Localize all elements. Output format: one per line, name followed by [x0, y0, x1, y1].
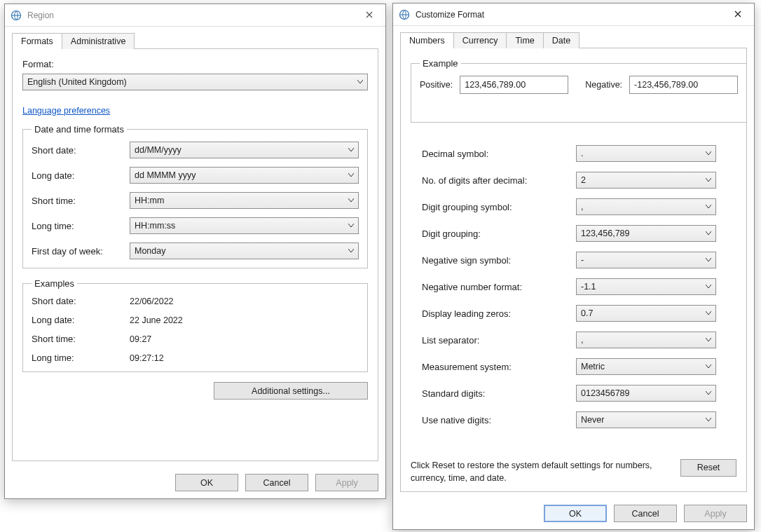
standard-digits-label: Standard digits:	[422, 388, 576, 399]
chevron-down-icon	[343, 198, 354, 203]
digits-after-decimal-label: No. of digits after decimal:	[422, 175, 576, 186]
apply-button[interactable]: Apply	[315, 474, 378, 491]
reset-button[interactable]: Reset	[680, 459, 736, 477]
chevron-down-icon	[700, 151, 711, 156]
tab-currency[interactable]: Currency	[453, 32, 507, 48]
reset-description: Click Reset to restore the system defaul…	[411, 459, 666, 484]
chevron-down-icon	[700, 178, 711, 182]
button-bar: OK Cancel Apply	[393, 499, 754, 529]
ex-short-date-value: 22/06/2022	[130, 296, 359, 306]
cancel-button[interactable]: Cancel	[245, 474, 308, 491]
ex-long-time-label: Long time:	[32, 353, 130, 363]
negative-label: Negative:	[585, 80, 622, 90]
digit-grouping-label: Digit grouping:	[422, 229, 576, 239]
region-dialog: Region Formats Administrative Format: En…	[4, 4, 386, 499]
globe-icon	[399, 9, 410, 20]
decimal-symbol-label: Decimal symbol:	[422, 149, 576, 159]
date-time-formats-legend: Date and time formats	[32, 124, 127, 135]
ex-long-time-value: 09:27:12	[130, 353, 359, 363]
close-button[interactable]	[353, 4, 385, 26]
first-day-dropdown[interactable]: Monday	[130, 243, 359, 259]
chevron-down-icon	[700, 311, 711, 315]
chevron-down-icon	[700, 285, 711, 289]
numbers-panel: Example Positive: 123,456,789.00 Negativ…	[400, 48, 747, 492]
globe-icon	[11, 10, 22, 21]
ok-button[interactable]: OK	[175, 474, 238, 491]
digit-grouping-symbol-label: Digit grouping symbol:	[422, 202, 576, 212]
decimal-symbol-dropdown[interactable]: .	[576, 145, 716, 162]
negative-number-format-dropdown[interactable]: -1.1	[576, 278, 716, 295]
short-date-label: Short date:	[32, 145, 130, 156]
list-separator-label: List separator:	[422, 335, 576, 346]
long-time-label: Long time:	[32, 221, 130, 231]
titlebar: Region	[5, 4, 385, 27]
tab-time[interactable]: Time	[506, 32, 543, 48]
ex-long-date-label: Long date:	[32, 315, 130, 325]
negative-example: -123,456,789.00	[629, 76, 738, 94]
negative-sign-symbol-label: Negative sign symbol:	[422, 255, 576, 266]
ex-short-date-label: Short date:	[32, 296, 130, 306]
chevron-down-icon	[343, 173, 354, 177]
standard-digits-dropdown[interactable]: 0123456789	[576, 385, 716, 402]
list-separator-dropdown[interactable]: ,	[576, 332, 716, 348]
short-time-dropdown[interactable]: HH:mm	[130, 192, 359, 209]
chevron-down-icon	[343, 224, 354, 228]
date-time-formats-group: Date and time formats Short date: dd/MM/…	[22, 124, 368, 268]
tabstrip: Formats Administrative	[12, 32, 378, 49]
chevron-down-icon	[700, 258, 711, 262]
additional-settings-button[interactable]: Additional settings...	[214, 382, 368, 400]
ex-short-time-label: Short time:	[32, 334, 130, 344]
negative-sign-symbol-dropdown[interactable]: -	[576, 252, 716, 268]
chevron-down-icon	[700, 391, 711, 395]
cancel-button[interactable]: Cancel	[614, 505, 677, 522]
chevron-down-icon	[700, 418, 711, 422]
chevron-down-icon	[700, 205, 711, 209]
titlebar: Customize Format	[393, 4, 754, 26]
short-date-dropdown[interactable]: dd/MM/yyyy	[130, 142, 359, 158]
chevron-down-icon	[343, 148, 354, 152]
tab-administrative[interactable]: Administrative	[62, 33, 135, 49]
tab-formats[interactable]: Formats	[12, 33, 62, 49]
apply-button[interactable]: Apply	[684, 505, 747, 522]
measurement-system-label: Measurement system:	[422, 362, 576, 372]
ex-short-time-value: 09:27	[130, 334, 359, 344]
display-leading-zeros-label: Display leading zeros:	[422, 308, 576, 319]
number-settings-grid: Decimal symbol: . No. of digits after de…	[422, 145, 736, 428]
measurement-system-dropdown[interactable]: Metric	[576, 358, 716, 375]
positive-label: Positive:	[420, 80, 453, 90]
format-dropdown[interactable]: English (United Kingdom)	[22, 74, 368, 90]
digits-after-decimal-dropdown[interactable]: 2	[576, 172, 716, 189]
ok-button[interactable]: OK	[544, 505, 607, 522]
short-time-label: Short time:	[32, 196, 130, 206]
digit-grouping-symbol-dropdown[interactable]: ,	[576, 198, 716, 215]
long-date-dropdown[interactable]: dd MMMM yyyy	[130, 167, 359, 184]
window-title: Region	[27, 11, 353, 20]
chevron-down-icon	[700, 364, 711, 369]
digit-grouping-dropdown[interactable]: 123,456,789	[576, 225, 716, 242]
close-button[interactable]	[722, 4, 754, 25]
tab-date[interactable]: Date	[543, 32, 580, 48]
chevron-down-icon	[343, 249, 354, 253]
ex-long-date-value: 22 June 2022	[130, 315, 359, 325]
example-legend: Example	[420, 58, 461, 69]
button-bar: OK Cancel Apply	[5, 468, 385, 498]
display-leading-zeros-dropdown[interactable]: 0.7	[576, 305, 716, 322]
long-time-dropdown[interactable]: HH:mm:ss	[130, 217, 359, 234]
examples-group: Examples Short date: 22/06/2022 Long dat…	[22, 278, 368, 372]
format-label: Format:	[22, 59, 368, 69]
chevron-down-icon	[700, 338, 711, 342]
positive-example: 123,456,789.00	[460, 76, 568, 94]
use-native-digits-dropdown[interactable]: Never	[576, 411, 716, 428]
customize-format-dialog: Customize Format Numbers Currency Time D…	[392, 3, 755, 530]
examples-legend: Examples	[32, 278, 77, 289]
close-icon	[734, 10, 741, 20]
tab-numbers[interactable]: Numbers	[400, 32, 454, 48]
formats-panel: Format: English (United Kingdom) Languag…	[12, 49, 378, 461]
first-day-label: First day of week:	[32, 246, 130, 257]
chevron-down-icon	[700, 231, 711, 236]
negative-number-format-label: Negative number format:	[422, 282, 576, 292]
close-icon	[366, 11, 373, 20]
window-title: Customize Format	[416, 10, 722, 20]
language-preferences-link[interactable]: Language preferences	[22, 106, 110, 116]
tabstrip: Numbers Currency Time Date	[400, 32, 747, 48]
